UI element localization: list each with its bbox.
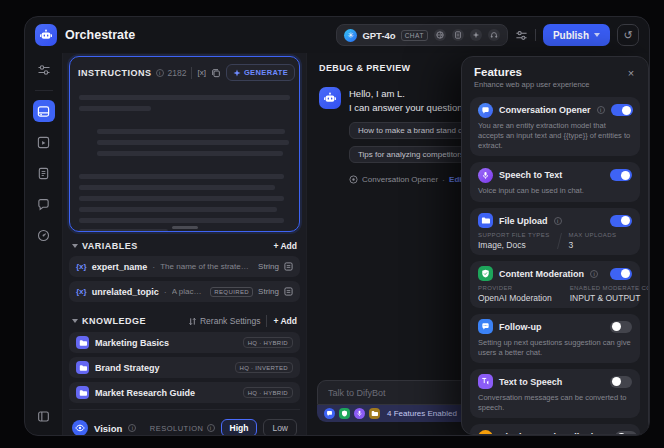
- field-value: Image, Docs: [478, 240, 550, 250]
- feature-card-text-to-speech: Text to Speech Conversation messages can…: [470, 369, 640, 418]
- features-panel-header: Features Enhance web app user experience: [462, 57, 648, 94]
- char-count: 2182: [168, 68, 187, 78]
- text-to-speech-toggle[interactable]: [610, 376, 632, 388]
- vision-setting: Vision RESOLUTION High Low: [69, 410, 300, 436]
- feature-name: Citations and Attributions: [499, 432, 609, 435]
- knowledge-badge: HQ · HYBRID: [243, 387, 293, 398]
- field-value: OpenAI Moderation: [478, 293, 552, 303]
- opener-label: Conversation Opener: [362, 175, 438, 184]
- resize-handle[interactable]: [172, 226, 198, 229]
- field-value: 3: [569, 240, 617, 250]
- knowledge-badge: HQ · INVERTED: [235, 362, 293, 373]
- speech-to-text-toggle[interactable]: [610, 169, 632, 181]
- dot-separator: [152, 262, 155, 272]
- field-value: INPUT & OUTPUT: [570, 293, 649, 303]
- capability-headset-icon: [488, 29, 500, 41]
- citations-toggle[interactable]: [615, 431, 637, 435]
- vision-label: Vision: [94, 423, 122, 434]
- info-icon: [128, 424, 136, 432]
- resolution-low-button[interactable]: Low: [263, 419, 297, 436]
- version-history-button[interactable]: ↺: [617, 24, 639, 46]
- knowledge-name: Marketing Basics: [95, 338, 237, 348]
- feature-desc: You are an entity extraction model that …: [478, 121, 632, 151]
- variables-header: VARIABLES + Add: [69, 232, 300, 256]
- resolution-high-button[interactable]: High: [221, 419, 258, 436]
- instructions-content-skeleton: [70, 85, 299, 232]
- conversation-opener-toggle[interactable]: [611, 104, 633, 116]
- variable-settings-icon[interactable]: [284, 262, 293, 271]
- sidebar-item-annotation[interactable]: [33, 193, 55, 215]
- rerank-settings-label: Rerank Settings: [200, 316, 260, 326]
- publish-button[interactable]: Publish: [543, 24, 610, 46]
- knowledge-name: Brand Strategy: [95, 363, 229, 373]
- content-moderation-mini-icon: [339, 408, 350, 419]
- slash-divider: [559, 286, 563, 302]
- top-bar: Orchestrate ✳ GPT-4o CHAT Publish ↺: [25, 17, 649, 53]
- chat-mode-badge: CHAT: [401, 30, 428, 41]
- add-variable-button[interactable]: + Add: [273, 241, 297, 251]
- knowledge-row[interactable]: Brand Strategy HQ · INVERTED: [69, 357, 300, 378]
- publish-label: Publish: [553, 30, 589, 41]
- dataset-folder-icon: [76, 361, 89, 374]
- info-icon: [554, 217, 562, 225]
- instructions-title: INSTRUCTIONS: [78, 68, 152, 78]
- knowledge-header: KNOWLEDGE Rerank Settings + Add: [69, 306, 300, 332]
- follow-up-icon: [478, 319, 493, 334]
- field-label: MAX UPLOADS: [569, 232, 617, 238]
- collapse-sidebar-icon[interactable]: [33, 405, 55, 427]
- variable-row[interactable]: unrelated_topic A placeholder for topics…: [69, 281, 300, 302]
- app-logo-robot-icon: [35, 24, 57, 46]
- dataset-folder-icon: [76, 336, 89, 349]
- generate-label: GENERATE: [244, 68, 288, 77]
- content-moderation-icon: [478, 266, 493, 281]
- copy-icon[interactable]: [211, 68, 221, 78]
- feature-name: Content Moderation: [499, 269, 584, 279]
- knowledge-row[interactable]: Market Research Guide HQ · HYBRID: [69, 382, 300, 403]
- divider: [191, 67, 192, 79]
- variable-name: expert_name: [92, 262, 148, 272]
- sidebar-item-monitoring[interactable]: [33, 224, 55, 246]
- sidebar-item-logs[interactable]: [33, 162, 55, 184]
- message-line-1: Hello, I am L.: [349, 88, 405, 99]
- rerank-settings-button[interactable]: Rerank Settings: [188, 316, 260, 326]
- chevron-down-icon: [594, 33, 600, 37]
- model-params-icon[interactable]: [515, 29, 528, 42]
- sidebar-item-orchestrate[interactable]: [33, 100, 55, 122]
- feature-name: Text to Speech: [499, 377, 562, 387]
- model-selector[interactable]: ✳ GPT-4o CHAT: [336, 24, 507, 46]
- info-icon: [597, 106, 605, 114]
- variable-row[interactable]: expert_name The name of the strategic co…: [69, 256, 300, 277]
- instructions-editor[interactable]: INSTRUCTIONS 2182 GENERATE: [69, 56, 300, 232]
- speech-to-text-icon: [478, 168, 493, 183]
- add-knowledge-button[interactable]: + Add: [273, 316, 297, 326]
- file-upload-icon: [478, 213, 493, 228]
- feature-name: File Upload: [499, 216, 548, 226]
- feature-desc: Conversation messages can be converted t…: [478, 393, 632, 413]
- chevron-down-icon[interactable]: [72, 319, 78, 323]
- knowledge-name: Market Research Guide: [95, 388, 237, 398]
- follow-up-toggle[interactable]: [610, 321, 632, 333]
- file-upload-toggle[interactable]: [610, 215, 632, 227]
- content-moderation-toggle[interactable]: [610, 268, 632, 280]
- speech-to-text-mini-icon: [354, 408, 365, 419]
- feature-name: Speech to Text: [499, 170, 562, 180]
- knowledge-row[interactable]: Marketing Basics HQ · HYBRID: [69, 332, 300, 353]
- chevron-down-icon[interactable]: [72, 244, 78, 248]
- insert-variable-icon[interactable]: [197, 68, 205, 77]
- resolution-label-group: RESOLUTION: [150, 424, 215, 433]
- generate-button[interactable]: GENERATE: [226, 64, 295, 81]
- slash-divider: [557, 233, 562, 249]
- dot-separator: [164, 287, 167, 297]
- page-title: Orchestrate: [65, 28, 135, 42]
- variable-desc: The name of the strategic consulting...: [160, 262, 253, 271]
- vision-eye-icon: [72, 420, 88, 436]
- capability-globe-icon: [434, 29, 446, 41]
- close-icon[interactable]: [624, 66, 638, 80]
- sidebar-item-preview[interactable]: [33, 131, 55, 153]
- feature-card-file-upload: File Upload SUPPORT FILE TYPES Image, Do…: [470, 208, 640, 255]
- tune-icon[interactable]: [33, 59, 55, 81]
- feature-card-conversation-opener: Conversation Opener You are an entity ex…: [470, 97, 640, 156]
- variable-settings-icon[interactable]: [284, 287, 293, 296]
- field-label: PROVIDER: [478, 285, 552, 291]
- app-window: Orchestrate ✳ GPT-4o CHAT Publish ↺: [24, 16, 650, 436]
